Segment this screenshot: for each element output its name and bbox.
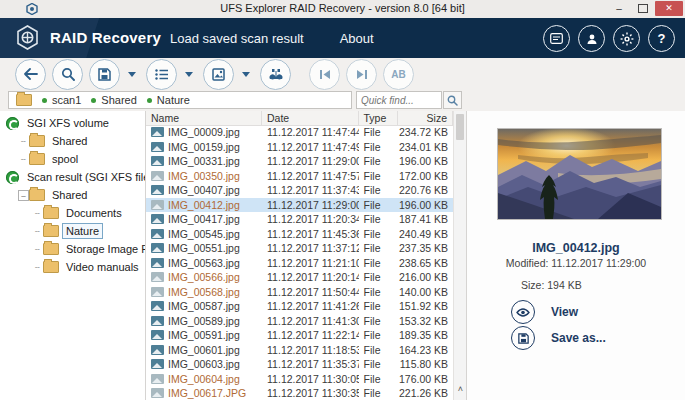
file-row[interactable]: IMG_00350.jpg11.12.2017 11:47:57File172.… — [146, 169, 453, 184]
breadcrumb[interactable]: scan1SharedNature — [8, 91, 352, 109]
file-row[interactable]: IMG_00417.jpg11.12.2017 11:20:34File187.… — [146, 212, 453, 227]
breadcrumb-item-scan1[interactable]: scan1 — [42, 94, 81, 106]
expander-dash-icon[interactable]: ╌ — [32, 263, 43, 272]
tree-item-shared[interactable]: ╌Shared — [0, 132, 145, 150]
app-header: RAID Recovery Load saved scan result Abo… — [0, 18, 685, 58]
file-size: 234.01 KB — [398, 141, 453, 153]
file-row[interactable]: IMG_00604.jpg11.12.2017 11:30:05File176.… — [146, 372, 453, 387]
user-icon[interactable] — [578, 25, 605, 52]
menu-load-saved-scan-result[interactable]: Load saved scan result — [170, 31, 304, 46]
file-row[interactable]: IMG_00551.jpg11.12.2017 11:37:12File237.… — [146, 241, 453, 256]
file-list-header: Name Date Type Size — [146, 111, 453, 126]
file-row[interactable]: IMG_00009.jpg11.12.2017 11:47:44File234.… — [146, 125, 453, 140]
collapse-icon[interactable]: – — [18, 190, 29, 201]
expander-dash-icon[interactable]: ╌ — [32, 227, 43, 236]
file-date: 11.12.2017 11:21:10 — [262, 257, 359, 269]
file-size: 240.49 KB — [398, 228, 453, 240]
tree-item-documents[interactable]: ╌Documents — [0, 204, 145, 222]
preview-size: Size: 194 KB — [521, 279, 582, 291]
view-options-button[interactable] — [146, 59, 177, 90]
image-file-icon — [151, 171, 164, 181]
file-type: File — [359, 126, 399, 138]
view-options-dropdown-caret[interactable] — [185, 72, 193, 77]
expander-dash-icon[interactable]: ╌ — [32, 245, 43, 254]
save-as-button-label: Save as... — [551, 331, 606, 345]
save-as-button[interactable]: Save as... — [511, 326, 606, 350]
file-row[interactable]: IMG_00331.jpg11.12.2017 11:29:00File196.… — [146, 154, 453, 169]
expander-dash-icon[interactable]: ╌ — [18, 155, 29, 164]
file-type: File — [359, 228, 399, 240]
file-row[interactable]: IMG_00566.jpg11.12.2017 11:20:14File216.… — [146, 270, 453, 285]
close-button[interactable]: ✕ — [655, 1, 683, 16]
folder-tree: SGI XFS volume╌Shared╌spoolScan result (… — [0, 111, 146, 400]
file-row[interactable]: IMG_00407.jpg11.12.2017 11:37:43File220.… — [146, 183, 453, 198]
image-file-icon — [151, 229, 164, 239]
file-row[interactable]: IMG_00603.jpg11.12.2017 11:35:37File115.… — [146, 357, 453, 372]
file-size: 221.26 KB — [398, 387, 453, 399]
file-date: 11.12.2017 11:29:00 — [262, 155, 359, 167]
file-name: IMG_00563.jpg — [168, 257, 240, 269]
green-dot-icon — [147, 98, 152, 103]
menu-about[interactable]: About — [340, 31, 374, 46]
folder-icon — [29, 189, 45, 201]
tree-item-scan-result-sgi-xfs-file-system-3-72-gb[interactable]: Scan result (SGI XFS file system; 3.72 G… — [0, 168, 145, 186]
file-type: File — [359, 286, 399, 298]
save-button[interactable] — [89, 59, 120, 90]
export-dropdown-caret[interactable] — [242, 72, 250, 77]
help-icon[interactable]: ? — [648, 25, 675, 52]
view-button[interactable]: View — [511, 300, 578, 324]
file-row[interactable]: IMG_00412.jpg11.12.2017 11:29:00File196.… — [146, 198, 453, 213]
file-row[interactable]: IMG_00568.jpg11.12.2017 11:50:44File140.… — [146, 285, 453, 300]
breadcrumb-item-shared[interactable]: Shared — [91, 94, 136, 106]
find-button[interactable] — [260, 59, 291, 90]
file-row[interactable]: IMG_00617.JPG11.12.2017 11:30:35File221.… — [146, 386, 453, 400]
scrollbar-thumb[interactable] — [456, 114, 464, 140]
tree-item-storage-image-files[interactable]: ╌Storage Image Files — [0, 240, 145, 258]
column-header-name[interactable]: Name — [146, 111, 262, 125]
column-header-type[interactable]: Type — [359, 111, 399, 125]
breadcrumb-item-nature[interactable]: Nature — [147, 94, 190, 106]
tree-item-label: Shared — [48, 133, 91, 149]
file-row[interactable]: IMG_00563.jpg11.12.2017 11:21:10File238.… — [146, 256, 453, 271]
file-size: 238.65 KB — [398, 257, 453, 269]
file-type: File — [359, 257, 399, 269]
prev-button[interactable] — [309, 59, 340, 90]
maximize-button[interactable] — [631, 1, 655, 16]
minimize-button[interactable]: – — [607, 1, 631, 16]
expander-dash-icon[interactable]: ╌ — [32, 209, 43, 218]
rename-ab-button[interactable]: AB — [383, 59, 414, 90]
file-row[interactable]: IMG_00589.jpg11.12.2017 11:41:30File153.… — [146, 314, 453, 329]
file-row[interactable]: IMG_00159.jpg11.12.2017 11:47:49File234.… — [146, 140, 453, 155]
file-date: 11.12.2017 11:45:36 — [262, 228, 359, 240]
back-button[interactable] — [15, 59, 46, 90]
column-header-date[interactable]: Date — [262, 111, 359, 125]
tree-item-nature[interactable]: ╌Nature — [0, 222, 145, 240]
file-date: 11.12.2017 11:41:26 — [262, 300, 359, 312]
tree-item-sgi-xfs-volume[interactable]: SGI XFS volume — [0, 114, 145, 132]
column-header-size[interactable]: Size — [398, 111, 453, 125]
quick-find-search-button[interactable] — [443, 91, 462, 109]
file-row[interactable]: IMG_00587.jpg11.12.2017 11:41:26File151.… — [146, 299, 453, 314]
settings-icon[interactable] — [613, 25, 640, 52]
export-image-button[interactable] — [203, 59, 234, 90]
image-file-icon — [151, 330, 164, 340]
tree-item-label: Storage Image Files — [62, 241, 146, 257]
quick-find-input[interactable] — [356, 91, 442, 109]
message-icon[interactable] — [543, 25, 570, 52]
brand: RAID Recovery — [14, 24, 161, 51]
file-row[interactable]: IMG_00545.jpg11.12.2017 11:45:36File240.… — [146, 227, 453, 242]
tree-item-video-manuals[interactable]: ╌Video manuals — [0, 258, 145, 276]
file-size: 216.00 KB — [398, 271, 453, 283]
file-row[interactable]: IMG_00601.jpg11.12.2017 11:18:53File164.… — [146, 343, 453, 358]
view-button-label: View — [551, 305, 578, 319]
file-name: IMG_00617.JPG — [168, 387, 246, 399]
file-list-scrollbar[interactable]: ˄ — [453, 111, 466, 400]
search-button[interactable] — [52, 59, 83, 90]
tree-item-spool[interactable]: ╌spool — [0, 150, 145, 168]
next-button[interactable] — [346, 59, 377, 90]
file-row[interactable]: IMG_00591.jpg11.12.2017 11:22:14File189.… — [146, 328, 453, 343]
tree-item-shared[interactable]: –Shared — [0, 186, 145, 204]
file-date: 11.12.2017 11:47:57 — [262, 170, 359, 182]
save-dropdown-caret[interactable] — [128, 72, 136, 77]
expander-dash-icon[interactable]: ╌ — [18, 137, 29, 146]
